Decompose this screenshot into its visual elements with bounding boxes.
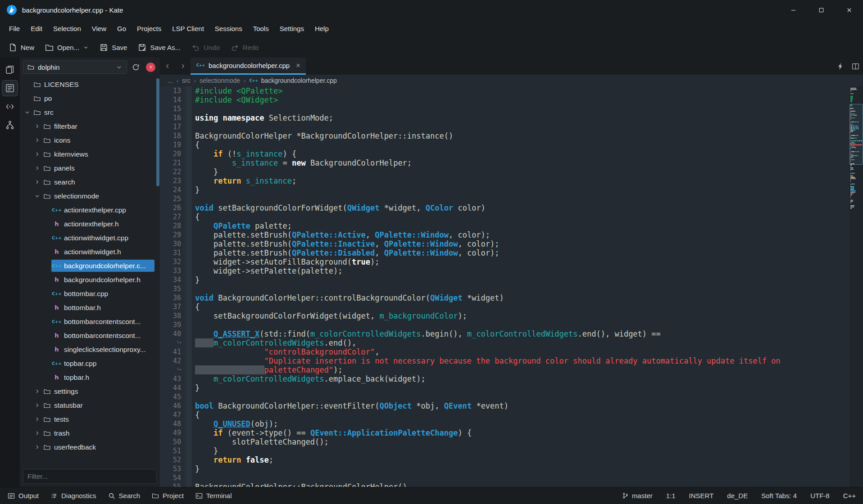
- tree-item-backgroundcolorhelper-h[interactable]: hbackgroundcolorhelper.h: [20, 273, 160, 287]
- statusbar-output-button[interactable]: Output: [2, 487, 45, 504]
- close-project-button[interactable]: [146, 63, 155, 72]
- chevron-right-icon[interactable]: [32, 402, 41, 408]
- minimap-viewport[interactable]: [849, 104, 863, 165]
- chevron-down-icon[interactable]: [23, 109, 32, 115]
- code-content[interactable]: #include <QPalette>#include <QWidget>usi…: [192, 86, 849, 487]
- tree-item-po[interactable]: po: [20, 91, 160, 105]
- tree-item-tests[interactable]: tests: [20, 412, 160, 426]
- statusbar-search-button[interactable]: Search: [102, 487, 146, 504]
- menu-lsp-client[interactable]: LSP Client: [167, 22, 209, 35]
- breadcrumb-item-src[interactable]: src: [182, 77, 191, 84]
- tree-item-kitemviews[interactable]: kitemviews: [20, 147, 160, 161]
- close-button[interactable]: [835, 0, 863, 20]
- tree-item-trash[interactable]: trash: [20, 426, 160, 440]
- tree-item-bottombarcontentscont[interactable]: C++bottombarcontentscont...: [20, 315, 160, 328]
- status-c[interactable]: C++: [843, 492, 856, 500]
- minimap-line: [850, 96, 862, 97]
- reload-project-button[interactable]: [129, 61, 142, 73]
- chevron-right-icon[interactable]: [32, 416, 41, 422]
- tree-item-bottombarcontentscont[interactable]: hbottombarcontentscont...: [20, 328, 160, 342]
- chevron-right-icon[interactable]: [32, 388, 41, 394]
- chevron-right-icon[interactable]: [32, 137, 41, 143]
- tree-item-singleclickselectionproxy[interactable]: hsingleclickselectionproxy...: [20, 342, 160, 356]
- toolbar-new-button[interactable]: New: [4, 40, 39, 55]
- status-utf-8[interactable]: UTF-8: [810, 492, 830, 500]
- status-1-1[interactable]: 1:1: [666, 492, 676, 500]
- tree-item-body: C++bottombar.cpp: [51, 288, 154, 300]
- sidebar-documents-button[interactable]: [2, 62, 18, 77]
- menu-view[interactable]: View: [86, 22, 112, 35]
- project-filter-input[interactable]: [23, 469, 157, 484]
- project-selector[interactable]: dolphin: [23, 60, 127, 74]
- tree-item-userfeedback[interactable]: userfeedback: [20, 440, 160, 454]
- toolbar-save-as-button[interactable]: Save As...: [133, 40, 186, 55]
- minimap[interactable]: [849, 86, 863, 487]
- chevron-right-icon[interactable]: [32, 179, 41, 185]
- status-soft-tabs-4[interactable]: Soft Tabs: 4: [761, 492, 797, 500]
- toolbar-save-button[interactable]: Save: [95, 40, 132, 55]
- tree-item-actiontexthelper-cpp[interactable]: C++actiontexthelper.cpp: [20, 203, 160, 217]
- chevron-down-icon[interactable]: [32, 193, 41, 199]
- tree-item-icons[interactable]: icons: [20, 133, 160, 147]
- quick-open-button[interactable]: [832, 58, 848, 75]
- chevron-right-icon[interactable]: [32, 444, 41, 450]
- menu-sessions[interactable]: Sessions: [209, 22, 248, 35]
- tree-item-statusbar[interactable]: statusbar: [20, 398, 160, 412]
- minimize-button[interactable]: [779, 0, 807, 20]
- tree-item-src[interactable]: src: [20, 105, 160, 119]
- status-de-de[interactable]: de_DE: [727, 492, 748, 500]
- sidebar-projects-button[interactable]: [2, 81, 18, 96]
- chevron-right-icon[interactable]: [32, 151, 41, 157]
- menu-help[interactable]: Help: [309, 22, 334, 35]
- breadcrumb-item-selectionmode[interactable]: selectionmode: [200, 77, 240, 84]
- split-view-button[interactable]: [848, 58, 863, 75]
- tree-scrollbar[interactable]: [156, 78, 159, 186]
- folding-bar[interactable]: [186, 86, 192, 487]
- maximize-button[interactable]: [807, 0, 835, 20]
- chevron-right-icon[interactable]: [32, 123, 41, 129]
- tree-item-settings[interactable]: settings: [20, 384, 160, 398]
- toolbar-open-button[interactable]: Open...: [40, 40, 94, 55]
- tab-close-icon[interactable]: ×: [296, 62, 300, 69]
- tree-item-actionwithwidget-cpp[interactable]: C++actionwithwidget.cpp: [20, 231, 160, 245]
- tree-item-selectionmode[interactable]: selectionmode: [20, 189, 160, 203]
- sidebar-git-button[interactable]: [2, 117, 18, 133]
- wrap-indicator-icon: [160, 365, 186, 374]
- tab-forward-button[interactable]: [175, 58, 191, 75]
- tree-item-topbar-h[interactable]: htopbar.h: [20, 370, 160, 384]
- tree-item-bottombar-h[interactable]: hbottombar.h: [20, 301, 160, 315]
- code-area[interactable]: 1314151617181920212223242526272829303132…: [160, 86, 849, 487]
- tree-item-search[interactable]: search: [20, 175, 160, 189]
- menu-edit[interactable]: Edit: [25, 22, 48, 35]
- tree-item-actiontexthelper-h[interactable]: hactiontexthelper.h: [20, 217, 160, 231]
- breadcrumb-item-backgroundcolorhelper-cpp[interactable]: backgroundcolorhelper.cpp: [261, 77, 337, 84]
- menu-tools[interactable]: Tools: [248, 22, 274, 35]
- tree-item-panels[interactable]: panels: [20, 161, 160, 175]
- tree-item-filterbar[interactable]: filterbar: [20, 119, 160, 133]
- editor-tab[interactable]: C++ backgroundcolorhelper.cpp ×: [191, 58, 306, 75]
- tree-item-bottombar-cpp[interactable]: C++bottombar.cpp: [20, 287, 160, 301]
- status-master[interactable]: master: [622, 492, 653, 500]
- toolbar-undo-button[interactable]: Undo: [186, 40, 225, 55]
- tab-back-button[interactable]: [160, 58, 175, 75]
- status-insert[interactable]: INSERT: [689, 492, 714, 500]
- tree-item-backgroundcolorhelper-c[interactable]: C++backgroundcolorhelper.c...: [20, 259, 160, 273]
- tree-item-licenses[interactable]: LICENSES: [20, 77, 160, 91]
- tree-item-actionwithwidget-h[interactable]: hactionwithwidget.h: [20, 245, 160, 259]
- menu-settings[interactable]: Settings: [274, 22, 309, 35]
- cpp-file-icon: C++: [51, 361, 62, 366]
- tree-item-body: filterbar: [41, 120, 154, 132]
- menu-go[interactable]: Go: [112, 22, 132, 35]
- breadcrumb-item-[interactable]: ...: [168, 77, 173, 84]
- statusbar-terminal-button[interactable]: Terminal: [190, 487, 238, 504]
- sidebar-lsp-client-button[interactable]: [2, 99, 18, 114]
- chevron-right-icon[interactable]: [32, 165, 41, 171]
- tree-item-topbar-cpp[interactable]: C++topbar.cpp: [20, 356, 160, 370]
- chevron-right-icon[interactable]: [32, 430, 41, 436]
- toolbar-redo-button[interactable]: Redo: [226, 40, 264, 55]
- menu-file[interactable]: File: [4, 22, 25, 35]
- menu-projects[interactable]: Projects: [132, 22, 167, 35]
- statusbar-diagnostics-button[interactable]: Diagnostics: [45, 487, 102, 504]
- statusbar-project-button[interactable]: Project: [146, 487, 190, 504]
- menu-selection[interactable]: Selection: [48, 22, 86, 35]
